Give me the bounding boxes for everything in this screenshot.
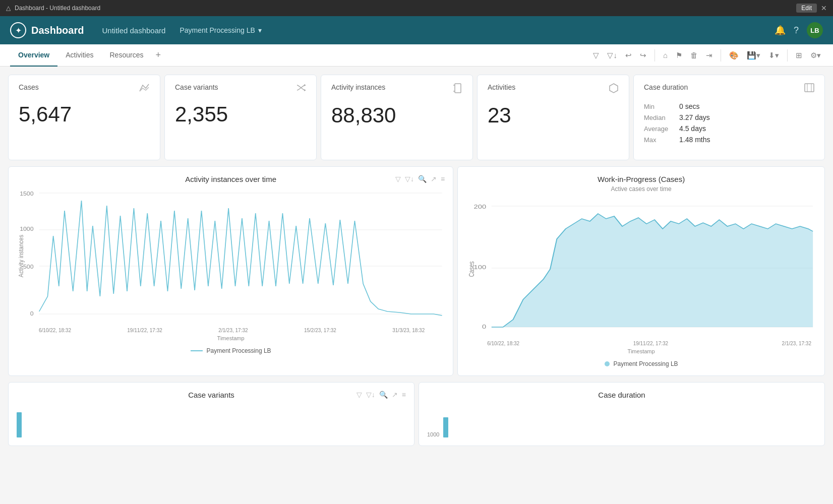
bookmark-icon[interactable]: ⚑: [674, 49, 684, 62]
chart-activity-instances: Activity instances over time ▽ ▽↓ 🔍 ↗ ≡ …: [8, 166, 453, 376]
activity-instances-svg: 1500 1000 500 0 Activity instances: [17, 185, 445, 327]
chart-menu-icon[interactable]: ≡: [441, 175, 445, 183]
redo-icon[interactable]: ↪: [638, 49, 648, 62]
tab-overview[interactable]: Overview: [10, 44, 57, 67]
case-variants-bar-preview: [17, 407, 406, 437]
chart-container-wip: 200 100 0 Cases: [466, 199, 816, 340]
charts-row: Activity instances over time ▽ ▽↓ 🔍 ↗ ≡ …: [8, 166, 825, 376]
duration-row-average: Average 4.5 days: [644, 124, 814, 133]
tab-resources[interactable]: Resources: [102, 44, 152, 67]
kpi-header-case-duration: Case duration: [644, 83, 814, 94]
svg-text:Cases: Cases: [467, 261, 476, 277]
palette-icon[interactable]: 🎨: [727, 49, 741, 62]
edit-button[interactable]: Edit: [796, 4, 817, 13]
kpi-row: Cases 5,647 Case variants: [8, 75, 825, 160]
chart-title-case-variants-bottom: Case variants: [114, 391, 309, 399]
header: ✦ Dashboard Untitled dashboard Payment P…: [0, 16, 833, 44]
nav-bar: Overview Activities Resources + ▽ ▽↓ ↩ ↪…: [0, 44, 833, 67]
main-content: Cases 5,647 Case variants: [0, 67, 833, 454]
dur-label-max: Max: [644, 136, 679, 144]
bottom-charts-row: Case variants ▽ ▽↓ 🔍 ↗ ≡ Case duration: [8, 382, 825, 446]
legend-label-activity: Payment Processing LB: [207, 347, 271, 354]
duration-row-max: Max 1.48 mths: [644, 136, 814, 144]
svg-rect-6: [805, 84, 814, 92]
tab-activities[interactable]: Activities: [57, 44, 101, 67]
chart-title-activity-instances: Activity instances over time: [124, 175, 338, 183]
svg-text:1500: 1500: [20, 191, 34, 197]
svg-marker-25: [492, 214, 813, 327]
trash-icon[interactable]: 🗑: [688, 49, 700, 61]
bottom-cursor-icon[interactable]: ↗: [392, 391, 398, 399]
app-name: Dashboard: [31, 25, 84, 36]
header-logo: ✦ Dashboard: [10, 22, 84, 38]
dur-label-median: Median: [644, 114, 679, 121]
dur-value-max: 1.48 mths: [679, 136, 710, 144]
x-tick-3: 2/1/23, 17:32: [218, 328, 248, 333]
bottom-search-icon[interactable]: 🔍: [379, 391, 388, 399]
case-duration-y-label: 1000: [427, 431, 439, 437]
settings-icon[interactable]: ⚙▾: [808, 49, 823, 62]
help-icon[interactable]: ?: [794, 25, 799, 36]
download-icon[interactable]: ⬇▾: [766, 49, 781, 62]
dur-value-average: 4.5 days: [679, 124, 706, 133]
kpi-card-case-duration: Case duration Min 0 secs Median 3.27 day: [633, 75, 825, 160]
x-tick-4: 15/2/23, 17:32: [304, 328, 336, 333]
chart-bottom-case-duration: Case duration 1000: [419, 382, 825, 446]
window-title: Dashboard - Untitled dashboard: [15, 5, 100, 12]
add-tab-button[interactable]: +: [151, 50, 165, 60]
legend-line: [191, 350, 203, 351]
title-bar-left: △ Dashboard - Untitled dashboard: [6, 5, 100, 12]
svg-text:1000: 1000: [20, 226, 34, 232]
svg-text:200: 200: [474, 204, 487, 210]
chart-container-activity-instances: 1500 1000 500 0 Activity instances: [17, 185, 445, 327]
nav-toolbar: ▽ ▽↓ ↩ ↪ ⌂ ⚑ 🗑 ⇥ 🎨 💾▾ ⬇▾ ⊞ ⚙▾: [591, 49, 823, 62]
kpi-value-activity-instances: 88,830: [331, 103, 462, 128]
svg-text:Activity instances: Activity instances: [18, 235, 25, 277]
wip-x-tick-1: 6/10/22, 18:32: [487, 341, 519, 346]
chart-cursor-icon[interactable]: ↗: [431, 175, 437, 183]
x-tick-5: 31/3/23, 18:32: [392, 328, 425, 333]
bottom-filter-icon[interactable]: ▽: [356, 391, 362, 399]
svg-text:500: 500: [23, 264, 34, 270]
chart-search-icon[interactable]: 🔍: [418, 175, 427, 183]
chart-legend-wip: Payment Processing LB: [466, 360, 816, 367]
filter-down-icon[interactable]: ▽↓: [605, 49, 619, 62]
dur-value-min: 0 secs: [679, 102, 699, 110]
chart-legend-activity: Payment Processing LB: [17, 347, 445, 354]
bottom-menu-icon[interactable]: ≡: [402, 391, 406, 399]
kpi-header-case-variants: Case variants: [175, 83, 306, 94]
kpi-header-cases: Cases: [19, 83, 150, 94]
case-duration-bar-preview: 1000: [427, 407, 816, 437]
dur-value-median: 3.27 days: [679, 113, 710, 121]
bell-icon[interactable]: 🔔: [775, 25, 786, 36]
svg-marker-5: [610, 84, 618, 93]
x-axis-label-activity: Timestamp: [17, 335, 445, 341]
bottom-filter2-icon[interactable]: ▽↓: [366, 391, 375, 399]
grid-icon[interactable]: ⊞: [794, 49, 804, 62]
dur-label-min: Min: [644, 103, 679, 110]
chart-subtitle-wip: Active cases over time: [554, 185, 729, 193]
kpi-value-activities: 23: [488, 103, 619, 128]
activity-instances-icon: [453, 83, 462, 95]
cases-chart-icon: [139, 83, 150, 94]
save-icon[interactable]: 💾▾: [745, 49, 762, 62]
share-icon[interactable]: ⇥: [704, 49, 715, 62]
wip-x-tick-2: 19/11/22, 17:32: [633, 341, 669, 346]
filter-selector[interactable]: Payment Processing LB ▾: [180, 26, 261, 34]
x-tick-2: 19/11/22, 17:32: [127, 328, 162, 333]
dashboard-name[interactable]: Untitled dashboard: [102, 26, 165, 35]
title-bar: △ Dashboard - Untitled dashboard Edit ✕: [0, 0, 833, 16]
filter-icon[interactable]: ▽: [591, 49, 601, 62]
svg-marker-1: [304, 89, 306, 91]
chart-filter-icon[interactable]: ▽: [395, 175, 401, 183]
wip-svg: 200 100 0 Cases: [466, 199, 816, 340]
home-icon[interactable]: ⌂: [661, 49, 670, 61]
undo-icon[interactable]: ↩: [623, 49, 634, 62]
close-icon[interactable]: ✕: [821, 4, 827, 12]
chart-title-case-duration-bottom: Case duration: [524, 391, 719, 399]
x-axis-label-wip: Timestamp: [466, 348, 816, 354]
divider: [654, 49, 655, 61]
chart-filter2-icon[interactable]: ▽↓: [405, 175, 414, 183]
legend-dot-wip: [605, 361, 610, 366]
avatar[interactable]: LB: [807, 22, 823, 38]
